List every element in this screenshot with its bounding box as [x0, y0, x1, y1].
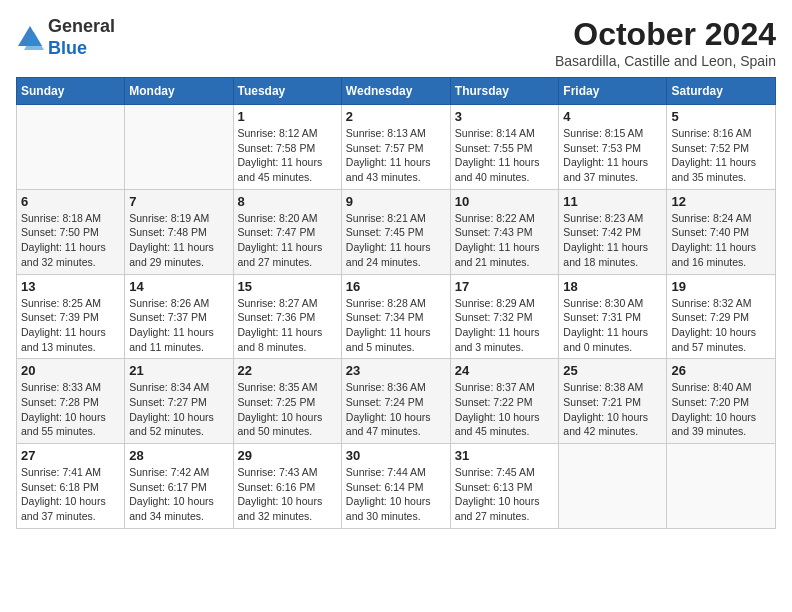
calendar-cell: 15Sunrise: 8:27 AMSunset: 7:36 PMDayligh…	[233, 274, 341, 359]
day-info: Sunrise: 8:28 AMSunset: 7:34 PMDaylight:…	[346, 296, 446, 355]
calendar-cell: 21Sunrise: 8:34 AMSunset: 7:27 PMDayligh…	[125, 359, 233, 444]
day-info: Sunrise: 7:45 AMSunset: 6:13 PMDaylight:…	[455, 465, 555, 524]
calendar-cell: 16Sunrise: 8:28 AMSunset: 7:34 PMDayligh…	[341, 274, 450, 359]
calendar-cell: 11Sunrise: 8:23 AMSunset: 7:42 PMDayligh…	[559, 189, 667, 274]
calendar-week-row: 27Sunrise: 7:41 AMSunset: 6:18 PMDayligh…	[17, 444, 776, 529]
logo-text: General Blue	[48, 16, 115, 59]
weekday-header: Saturday	[667, 78, 776, 105]
location-title: Basardilla, Castille and Leon, Spain	[555, 53, 776, 69]
day-info: Sunrise: 8:36 AMSunset: 7:24 PMDaylight:…	[346, 380, 446, 439]
day-number: 18	[563, 279, 662, 294]
day-number: 7	[129, 194, 228, 209]
weekday-header: Sunday	[17, 78, 125, 105]
calendar-cell: 12Sunrise: 8:24 AMSunset: 7:40 PMDayligh…	[667, 189, 776, 274]
calendar-cell: 31Sunrise: 7:45 AMSunset: 6:13 PMDayligh…	[450, 444, 559, 529]
calendar-cell	[667, 444, 776, 529]
calendar-cell: 20Sunrise: 8:33 AMSunset: 7:28 PMDayligh…	[17, 359, 125, 444]
logo-icon	[16, 24, 44, 52]
day-info: Sunrise: 7:42 AMSunset: 6:17 PMDaylight:…	[129, 465, 228, 524]
calendar-cell: 4Sunrise: 8:15 AMSunset: 7:53 PMDaylight…	[559, 105, 667, 190]
calendar-week-row: 1Sunrise: 8:12 AMSunset: 7:58 PMDaylight…	[17, 105, 776, 190]
day-number: 1	[238, 109, 337, 124]
day-number: 4	[563, 109, 662, 124]
day-number: 3	[455, 109, 555, 124]
day-info: Sunrise: 8:23 AMSunset: 7:42 PMDaylight:…	[563, 211, 662, 270]
page-header: General Blue October 2024 Basardilla, Ca…	[16, 16, 776, 69]
day-info: Sunrise: 8:18 AMSunset: 7:50 PMDaylight:…	[21, 211, 120, 270]
day-number: 22	[238, 363, 337, 378]
day-info: Sunrise: 8:40 AMSunset: 7:20 PMDaylight:…	[671, 380, 771, 439]
calendar-week-row: 20Sunrise: 8:33 AMSunset: 7:28 PMDayligh…	[17, 359, 776, 444]
day-info: Sunrise: 8:24 AMSunset: 7:40 PMDaylight:…	[671, 211, 771, 270]
calendar-cell: 1Sunrise: 8:12 AMSunset: 7:58 PMDaylight…	[233, 105, 341, 190]
calendar-table: SundayMondayTuesdayWednesdayThursdayFrid…	[16, 77, 776, 529]
day-info: Sunrise: 8:21 AMSunset: 7:45 PMDaylight:…	[346, 211, 446, 270]
calendar-cell: 25Sunrise: 8:38 AMSunset: 7:21 PMDayligh…	[559, 359, 667, 444]
logo-general: General	[48, 16, 115, 36]
day-number: 25	[563, 363, 662, 378]
day-number: 27	[21, 448, 120, 463]
day-info: Sunrise: 7:41 AMSunset: 6:18 PMDaylight:…	[21, 465, 120, 524]
calendar-cell: 8Sunrise: 8:20 AMSunset: 7:47 PMDaylight…	[233, 189, 341, 274]
day-info: Sunrise: 8:37 AMSunset: 7:22 PMDaylight:…	[455, 380, 555, 439]
day-number: 5	[671, 109, 771, 124]
day-number: 17	[455, 279, 555, 294]
calendar-cell: 17Sunrise: 8:29 AMSunset: 7:32 PMDayligh…	[450, 274, 559, 359]
day-number: 14	[129, 279, 228, 294]
day-number: 29	[238, 448, 337, 463]
weekday-header: Tuesday	[233, 78, 341, 105]
calendar-cell: 14Sunrise: 8:26 AMSunset: 7:37 PMDayligh…	[125, 274, 233, 359]
day-info: Sunrise: 8:13 AMSunset: 7:57 PMDaylight:…	[346, 126, 446, 185]
calendar-cell: 7Sunrise: 8:19 AMSunset: 7:48 PMDaylight…	[125, 189, 233, 274]
day-info: Sunrise: 7:43 AMSunset: 6:16 PMDaylight:…	[238, 465, 337, 524]
day-number: 28	[129, 448, 228, 463]
weekday-row: SundayMondayTuesdayWednesdayThursdayFrid…	[17, 78, 776, 105]
calendar-cell: 9Sunrise: 8:21 AMSunset: 7:45 PMDaylight…	[341, 189, 450, 274]
day-number: 31	[455, 448, 555, 463]
day-info: Sunrise: 8:27 AMSunset: 7:36 PMDaylight:…	[238, 296, 337, 355]
calendar-cell: 18Sunrise: 8:30 AMSunset: 7:31 PMDayligh…	[559, 274, 667, 359]
day-info: Sunrise: 8:32 AMSunset: 7:29 PMDaylight:…	[671, 296, 771, 355]
calendar-cell: 10Sunrise: 8:22 AMSunset: 7:43 PMDayligh…	[450, 189, 559, 274]
day-info: Sunrise: 8:22 AMSunset: 7:43 PMDaylight:…	[455, 211, 555, 270]
calendar-cell: 24Sunrise: 8:37 AMSunset: 7:22 PMDayligh…	[450, 359, 559, 444]
day-number: 6	[21, 194, 120, 209]
day-number: 9	[346, 194, 446, 209]
day-info: Sunrise: 8:29 AMSunset: 7:32 PMDaylight:…	[455, 296, 555, 355]
logo: General Blue	[16, 16, 115, 59]
calendar-cell: 29Sunrise: 7:43 AMSunset: 6:16 PMDayligh…	[233, 444, 341, 529]
day-info: Sunrise: 8:19 AMSunset: 7:48 PMDaylight:…	[129, 211, 228, 270]
calendar-cell: 23Sunrise: 8:36 AMSunset: 7:24 PMDayligh…	[341, 359, 450, 444]
day-info: Sunrise: 8:30 AMSunset: 7:31 PMDaylight:…	[563, 296, 662, 355]
day-number: 12	[671, 194, 771, 209]
day-number: 19	[671, 279, 771, 294]
day-info: Sunrise: 7:44 AMSunset: 6:14 PMDaylight:…	[346, 465, 446, 524]
day-number: 20	[21, 363, 120, 378]
day-info: Sunrise: 8:25 AMSunset: 7:39 PMDaylight:…	[21, 296, 120, 355]
day-number: 2	[346, 109, 446, 124]
month-title: October 2024	[555, 16, 776, 53]
calendar-cell: 27Sunrise: 7:41 AMSunset: 6:18 PMDayligh…	[17, 444, 125, 529]
day-info: Sunrise: 8:16 AMSunset: 7:52 PMDaylight:…	[671, 126, 771, 185]
title-block: October 2024 Basardilla, Castille and Le…	[555, 16, 776, 69]
calendar-cell	[125, 105, 233, 190]
calendar-week-row: 6Sunrise: 8:18 AMSunset: 7:50 PMDaylight…	[17, 189, 776, 274]
day-info: Sunrise: 8:15 AMSunset: 7:53 PMDaylight:…	[563, 126, 662, 185]
weekday-header: Monday	[125, 78, 233, 105]
day-number: 30	[346, 448, 446, 463]
day-number: 26	[671, 363, 771, 378]
day-number: 11	[563, 194, 662, 209]
day-number: 13	[21, 279, 120, 294]
calendar-week-row: 13Sunrise: 8:25 AMSunset: 7:39 PMDayligh…	[17, 274, 776, 359]
day-number: 8	[238, 194, 337, 209]
calendar-cell: 2Sunrise: 8:13 AMSunset: 7:57 PMDaylight…	[341, 105, 450, 190]
calendar-cell: 5Sunrise: 8:16 AMSunset: 7:52 PMDaylight…	[667, 105, 776, 190]
day-number: 21	[129, 363, 228, 378]
calendar-header: SundayMondayTuesdayWednesdayThursdayFrid…	[17, 78, 776, 105]
calendar-cell: 3Sunrise: 8:14 AMSunset: 7:55 PMDaylight…	[450, 105, 559, 190]
day-number: 23	[346, 363, 446, 378]
calendar-cell: 19Sunrise: 8:32 AMSunset: 7:29 PMDayligh…	[667, 274, 776, 359]
weekday-header: Friday	[559, 78, 667, 105]
calendar-cell: 26Sunrise: 8:40 AMSunset: 7:20 PMDayligh…	[667, 359, 776, 444]
weekday-header: Thursday	[450, 78, 559, 105]
